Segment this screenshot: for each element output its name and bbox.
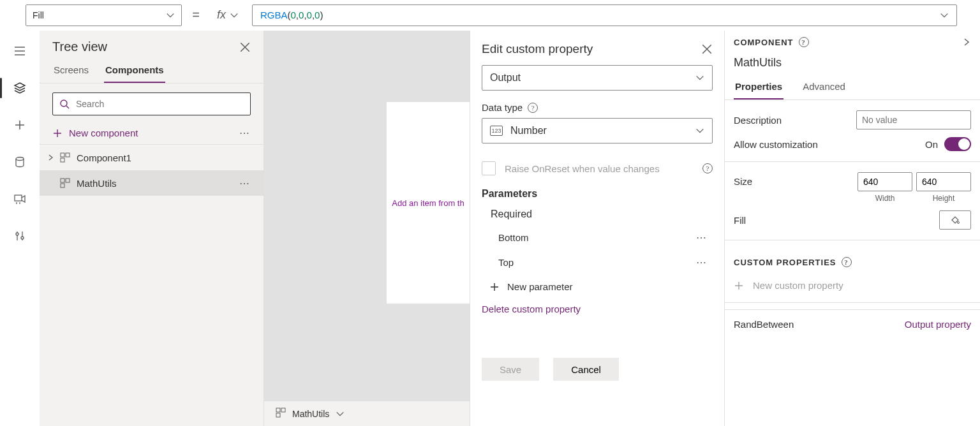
required-label: Required [482,206,713,225]
hamburger-button[interactable] [6,37,34,65]
data-type-select[interactable]: 123 Number [482,118,713,143]
data-type-label: Data type [482,102,523,113]
insert-button[interactable] [6,111,34,139]
save-button[interactable]: Save [482,358,539,381]
chevron-down-icon [166,11,175,20]
paint-icon [950,215,960,225]
info-icon[interactable]: ? [528,103,538,113]
chevron-right-icon[interactable] [962,38,971,47]
delete-custom-property-link[interactable]: Delete custom property [482,297,713,326]
fill-label: Fill [734,215,746,226]
footer-component-name: MathUtils [292,409,329,419]
info-icon[interactable]: ? [842,257,852,267]
cancel-button[interactable]: Cancel [553,358,619,381]
search-input[interactable] [52,92,251,115]
svg-point-4 [61,100,67,106]
description-input[interactable] [856,110,971,129]
search-field[interactable] [76,99,244,109]
width-input[interactable] [858,172,912,191]
data-button[interactable] [6,148,34,176]
size-label: Size [734,172,752,187]
svg-point-3 [21,237,24,239]
formula-input[interactable]: RGBA(0, 0, 0, 0) [252,4,957,26]
svg-rect-7 [61,158,64,162]
property-selector[interactable]: Fill [26,4,182,26]
property-kind-value: Output [490,72,521,84]
height-input[interactable] [916,172,971,191]
components-more-button[interactable]: ⋯ [239,127,251,139]
tree-item-mathutils[interactable]: MathUtils ⋯ [40,170,264,196]
tree-item-component1[interactable]: Component1 [40,145,264,170]
parameter-label: Bottom [498,232,529,243]
height-label: Height [933,194,955,203]
property-kind-select[interactable]: Output [482,65,713,91]
media-icon [13,193,26,205]
edit-property-title: Edit custom property [482,42,593,56]
svg-rect-12 [281,408,285,412]
svg-point-14 [958,222,960,224]
parameter-more-button[interactable]: ⋯ [696,256,708,268]
tree-item-more-button[interactable]: ⋯ [239,177,251,189]
parameters-heading: Parameters [482,188,713,200]
component-icon [276,408,286,420]
new-parameter-button[interactable]: New parameter [482,275,713,297]
parameter-label: Top [498,257,514,268]
equals-label: = [188,8,204,22]
formula-function: RGBA [260,10,288,20]
fill-color-button[interactable] [939,210,971,230]
parameter-bottom[interactable]: Bottom ⋯ [482,225,713,250]
layers-icon [13,82,26,94]
parameter-top[interactable]: Top ⋯ [482,250,713,275]
parameter-more-button[interactable]: ⋯ [696,231,708,244]
canvas-footer: MathUtils [264,400,470,426]
sliders-icon [13,230,26,242]
tree-view-panel: Tree view Screens Components New compone… [40,31,264,426]
media-button[interactable] [6,185,34,213]
svg-rect-9 [66,179,70,182]
allow-customization-toggle[interactable] [944,137,971,151]
chevron-right-icon [46,154,55,161]
new-custom-property-label: New custom property [753,280,843,291]
variables-button[interactable] [6,222,34,250]
properties-panel: COMPONENT ? MathUtils Properties Advance… [725,31,980,426]
tab-properties[interactable]: Properties [734,76,783,99]
number-type-icon: 123 [490,126,503,136]
info-icon[interactable]: ? [799,37,809,47]
chevron-down-icon[interactable] [940,11,949,20]
custom-property-randbetween[interactable]: RandBetween Output property [725,309,980,339]
svg-rect-5 [61,153,64,157]
new-custom-property-button[interactable]: New custom property [725,274,980,302]
plus-icon [734,281,744,291]
properties-section-label: COMPONENT [734,38,794,47]
svg-rect-13 [276,413,280,417]
width-label: Width [875,194,895,203]
component-icon [60,152,71,163]
chevron-down-icon[interactable] [336,409,345,418]
tab-advanced[interactable]: Advanced [801,76,847,99]
allow-customization-label: Allow customization [734,139,818,150]
description-label: Description [734,115,782,126]
close-icon[interactable] [239,41,251,53]
custom-properties-label: CUSTOM PROPERTIES [734,258,836,267]
svg-rect-6 [66,153,70,157]
chevron-down-icon [695,126,704,135]
svg-rect-10 [61,184,64,187]
tab-components[interactable]: Components [104,59,165,83]
tab-screens[interactable]: Screens [52,59,90,83]
custom-property-name: RandBetween [734,319,794,330]
canvas-area: Add an item from th MathUtils [264,31,470,426]
svg-point-2 [16,233,19,235]
info-icon[interactable]: ? [702,163,713,173]
property-selector-value: Fill [33,10,44,20]
fx-button[interactable]: fx [210,4,246,26]
custom-property-type: Output property [905,319,971,330]
plus-icon [489,282,500,292]
plus-icon [13,119,26,131]
close-icon[interactable] [701,43,713,55]
component-canvas[interactable]: Add an item from th [387,102,470,304]
new-component-button[interactable]: New component [52,128,138,138]
raise-onreset-checkbox[interactable] [482,161,496,175]
database-icon [13,156,26,168]
tree-view-button[interactable] [6,74,34,102]
tree-item-label: MathUtils [77,178,234,189]
